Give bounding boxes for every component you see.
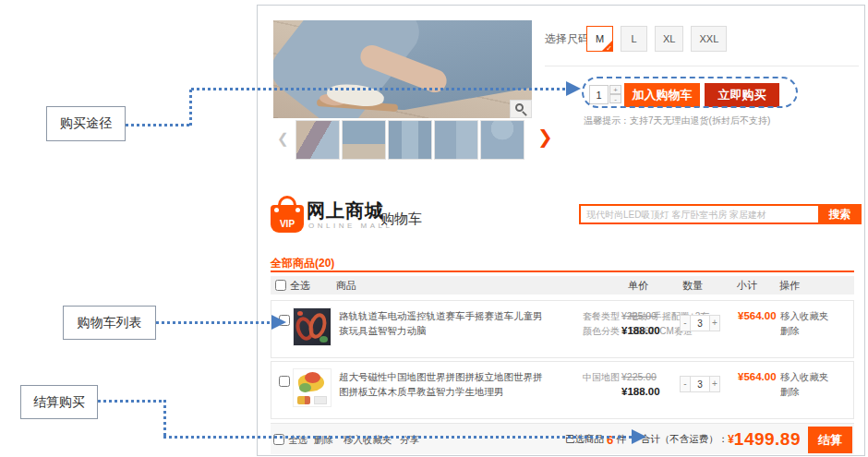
cart-footer-bar: 全选 删除 移入收藏夹 分享 已选商品 6 件 合计（不含运费）： ¥ 1499… [271, 423, 854, 454]
thumbnail-strip [295, 120, 524, 160]
annotation-arrow-icon [271, 315, 286, 330]
annotation-arrow-icon [632, 429, 646, 444]
annotation-purchase-path: 购买途径 [46, 106, 126, 141]
size-label: 选择尺码: [545, 31, 592, 47]
annotation-dotted-line [126, 124, 191, 126]
move-to-favorites-link[interactable]: 移入收藏夹 [780, 371, 829, 384]
header-unit-price: 单价 [628, 279, 648, 293]
row-checkbox[interactable] [279, 376, 290, 387]
size-option-m[interactable]: M ✓ [586, 26, 613, 52]
divider [545, 66, 859, 66]
select-all-checkbox[interactable] [275, 280, 286, 291]
screenshot-canvas: ❮ ❯ 选择尺码: M ✓ L XL XXL + - [0, 0, 868, 457]
product-thumbnail[interactable] [342, 120, 386, 160]
delete-link[interactable]: 删除 [780, 325, 800, 338]
page-title: 购物车 [380, 210, 422, 228]
selected-count: 6 [607, 433, 613, 447]
magnifier-icon[interactable] [510, 100, 532, 118]
size-options: M ✓ L XL XXL [586, 26, 727, 52]
size-option-xxl[interactable]: XXL [691, 26, 727, 52]
search-bar: 搜索 [579, 204, 862, 224]
section-underline [271, 271, 854, 272]
product-thumbnail[interactable] [434, 120, 478, 160]
cart-row: 超大号磁性中国地图世界拼图拼板立地图世界拼 图拼板立体木质早教益智力学生地理男 … [271, 361, 854, 419]
total-label: 合计（不含运费）： [641, 433, 729, 446]
minus-button[interactable]: - [680, 315, 691, 331]
annotation-cart-list: 购物车列表 [63, 306, 156, 340]
annotation-dotted-line [163, 436, 633, 439]
main-panel: ❮ ❯ 选择尺码: M ✓ L XL XXL + - [257, 5, 865, 456]
cart-row: 路轨轨道车电动遥控轨道赛车手摇赛道车儿童男 孩玩具益智智力动脑 套餐类型：电动+… [271, 300, 854, 358]
current-price: ¥188.00 [621, 386, 660, 397]
row-quantity-stepper: - 3 + [680, 376, 720, 392]
annotation-dotted-line [163, 400, 166, 438]
product-title[interactable]: 图拼板立体木质早教益智力学生地理男 [339, 386, 504, 399]
annotation-dotted-line [98, 400, 166, 403]
product-image-toy-track[interactable] [293, 307, 332, 346]
original-price: ¥225.00 [621, 371, 657, 382]
annotation-dotted-line [156, 321, 273, 324]
quantity-value: 3 [691, 376, 709, 392]
original-price: ¥225.00 [621, 310, 657, 321]
checkout-button[interactable]: 结算 [808, 427, 852, 453]
annotation-arrow-icon [566, 81, 581, 96]
delete-link[interactable]: 删除 [780, 386, 800, 399]
header-quantity: 数量 [682, 279, 703, 293]
product-thumbnail[interactable] [480, 120, 524, 160]
product-main-image [273, 20, 532, 118]
vip-bag-logo-icon: VIP [271, 196, 304, 235]
annotation-highlight-rect [582, 77, 798, 108]
quantity-value: 3 [691, 315, 709, 331]
product-title[interactable]: 路轨轨道车电动遥控轨道赛车手摇赛道车儿童男 [339, 310, 543, 323]
current-price: ¥188.00 [621, 325, 660, 336]
search-input[interactable] [579, 204, 818, 224]
plus-button[interactable]: + [709, 315, 720, 331]
check-icon: ✓ [606, 44, 612, 53]
plus-button[interactable]: + [709, 376, 720, 392]
product-image-china-map[interactable] [293, 368, 332, 407]
total-amount: 1499.89 [734, 429, 801, 450]
annotation-dotted-line [189, 90, 192, 126]
annotation-dotted-line [191, 88, 567, 90]
row-subtotal: ¥564.00 [738, 371, 777, 382]
product-spec: 中国地图 [583, 371, 620, 384]
header-actions: 操作 [779, 279, 800, 293]
annotation-checkout: 结算购买 [20, 385, 98, 419]
size-option-l[interactable]: L [621, 26, 647, 52]
totals-summary: 已选商品 6 件 合计（不含运费）： ¥ 1499.89 [565, 424, 801, 455]
header-select-all: 全选 [290, 279, 310, 293]
row-subtotal: ¥564.00 [738, 310, 777, 321]
product-title[interactable]: 超大号磁性中国地图世界拼图拼板立地图世界拼 [339, 371, 543, 384]
mall-name: 网上商城 [307, 198, 384, 223]
carousel-prev-icon[interactable]: ❮ [277, 130, 289, 147]
move-to-favorites-link[interactable]: 移入收藏夹 [780, 310, 829, 323]
minus-button[interactable]: - [680, 376, 691, 392]
header-subtotal: 小计 [737, 279, 757, 293]
row-quantity-stepper: - 3 + [680, 315, 720, 331]
cart-table-header: 全选 商品 单价 数量 小计 操作 [271, 276, 854, 295]
product-title[interactable]: 孩玩具益智智力动脑 [339, 325, 427, 338]
header-product: 商品 [336, 279, 356, 293]
product-thumbnail[interactable] [388, 120, 432, 160]
return-policy-tip: 温馨提示：支持7天无理由退货(拆封后不支持) [584, 114, 770, 127]
carousel-next-icon[interactable]: ❯ [537, 126, 553, 148]
product-thumbnail[interactable] [295, 120, 340, 160]
search-button[interactable]: 搜索 [818, 204, 862, 224]
cart-section-title: 全部商品(20) [271, 256, 334, 271]
currency-symbol: ¥ [728, 433, 734, 446]
size-option-xl[interactable]: XL [655, 26, 683, 52]
